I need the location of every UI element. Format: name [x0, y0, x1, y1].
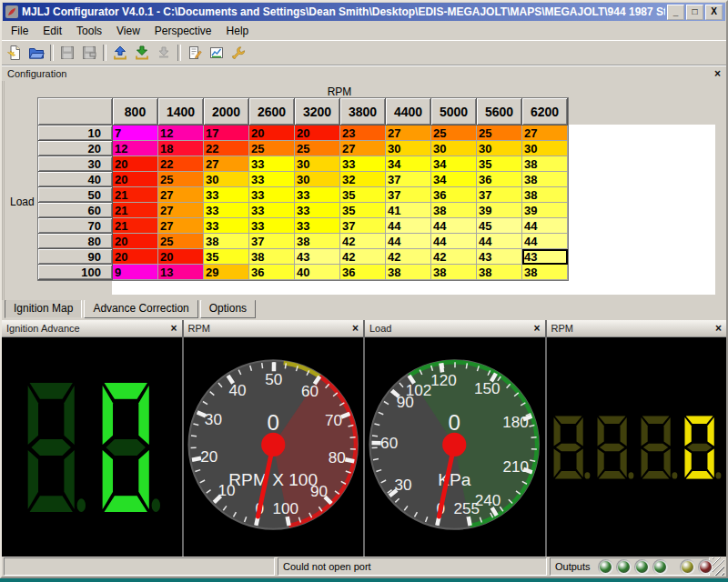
row-header-10[interactable]: 10 [38, 125, 113, 141]
map-cell[interactable]: 36 [477, 172, 522, 187]
map-cell[interactable]: 37 [477, 187, 522, 203]
map-cell[interactable]: 42 [386, 249, 431, 265]
open-file-button[interactable] [25, 43, 47, 63]
map-cell[interactable]: 13 [158, 265, 204, 280]
column-header-2000[interactable]: 2000 [204, 98, 249, 125]
menu-perspective[interactable]: Perspective [147, 23, 219, 39]
column-header-6200[interactable]: 6200 [522, 98, 568, 125]
column-header-1400[interactable]: 1400 [158, 98, 204, 125]
map-cell[interactable]: 39 [477, 203, 522, 218]
tab-advance-correction[interactable]: Advance Correction [84, 299, 197, 318]
map-cell[interactable]: 43 [522, 249, 568, 265]
panel-close-icon[interactable]: × [170, 323, 177, 334]
map-cell[interactable]: 44 [386, 234, 431, 249]
map-cell[interactable]: 44 [431, 218, 477, 234]
map-cell[interactable]: 27 [340, 141, 386, 156]
map-cell[interactable]: 35 [340, 187, 386, 203]
map-cell[interactable]: 20 [295, 125, 340, 141]
map-cell[interactable]: 33 [249, 203, 295, 218]
map-cell[interactable]: 20 [158, 249, 204, 265]
row-header-40[interactable]: 40 [38, 172, 113, 187]
panel-close-icon[interactable]: × [352, 323, 359, 334]
map-cell[interactable]: 21 [113, 218, 158, 234]
map-cell[interactable]: 38 [522, 187, 568, 203]
menu-help[interactable]: Help [219, 23, 257, 39]
map-cell[interactable]: 30 [204, 172, 249, 187]
map-cell[interactable]: 33 [340, 156, 386, 172]
map-cell[interactable]: 23 [340, 125, 386, 141]
column-header-3800[interactable]: 3800 [340, 98, 386, 125]
map-cell[interactable]: 25 [158, 234, 204, 249]
map-cell[interactable]: 38 [522, 265, 568, 280]
upload-button[interactable] [109, 43, 131, 63]
map-cell[interactable]: 27 [386, 125, 431, 141]
map-cell[interactable]: 21 [113, 187, 158, 203]
map-cell[interactable]: 38 [249, 249, 295, 265]
map-cell[interactable]: 35 [477, 156, 522, 172]
download-button[interactable] [131, 43, 153, 63]
map-cell[interactable]: 36 [431, 187, 477, 203]
row-header-100[interactable]: 100 [38, 265, 113, 280]
map-cell[interactable]: 27 [158, 218, 204, 234]
map-cell[interactable]: 38 [204, 234, 249, 249]
row-header-50[interactable]: 50 [38, 187, 113, 203]
map-cell[interactable]: 44 [522, 234, 568, 249]
map-cell[interactable]: 27 [204, 156, 249, 172]
row-header-30[interactable]: 30 [38, 156, 113, 172]
map-cell[interactable]: 30 [295, 156, 340, 172]
new-file-button[interactable] [4, 43, 25, 63]
close-button[interactable]: X [705, 5, 723, 20]
map-cell[interactable]: 38 [522, 172, 568, 187]
map-cell[interactable]: 12 [113, 141, 158, 156]
map-cell[interactable]: 25 [158, 172, 204, 187]
menu-file[interactable]: File [4, 23, 35, 39]
map-cell[interactable]: 30 [477, 141, 522, 156]
map-cell[interactable]: 33 [249, 187, 295, 203]
map-cell[interactable]: 36 [340, 265, 386, 280]
map-cell[interactable]: 27 [158, 187, 204, 203]
tab-ignition-map[interactable]: Ignition Map [5, 299, 82, 318]
map-cell[interactable]: 38 [295, 234, 340, 249]
map-cell[interactable]: 43 [295, 249, 340, 265]
map-cell[interactable]: 44 [477, 234, 522, 249]
options-button[interactable] [228, 43, 249, 63]
map-cell[interactable]: 33 [249, 172, 295, 187]
row-header-20[interactable]: 20 [38, 141, 113, 156]
panel-close-icon[interactable]: × [533, 323, 540, 334]
map-cell[interactable]: 42 [340, 234, 386, 249]
map-cell[interactable]: 43 [477, 249, 522, 265]
map-cell[interactable]: 34 [431, 172, 477, 187]
map-cell[interactable]: 39 [522, 203, 568, 218]
map-cell[interactable]: 33 [295, 203, 340, 218]
map-cell[interactable]: 32 [340, 172, 386, 187]
map-cell[interactable]: 37 [340, 218, 386, 234]
map-cell[interactable]: 27 [522, 125, 568, 141]
map-cell[interactable]: 38 [477, 265, 522, 280]
map-cell[interactable]: 27 [158, 203, 204, 218]
map-cell[interactable]: 22 [204, 141, 249, 156]
map-cell[interactable]: 44 [386, 218, 431, 234]
map-cell[interactable]: 45 [477, 218, 522, 234]
verify-button[interactable] [184, 43, 206, 63]
map-cell[interactable]: 35 [340, 203, 386, 218]
title-bar[interactable]: MJLJ Configurator V4.0.1 - C:\Documents … [3, 3, 725, 21]
row-header-70[interactable]: 70 [38, 218, 113, 234]
map-cell[interactable]: 20 [113, 172, 158, 187]
menu-view[interactable]: View [109, 23, 147, 39]
map-cell[interactable]: 37 [386, 187, 431, 203]
map-cell[interactable]: 38 [431, 203, 477, 218]
map-cell[interactable]: 40 [295, 265, 340, 280]
map-cell[interactable]: 25 [249, 141, 295, 156]
map-cell[interactable]: 34 [431, 156, 477, 172]
map-cell[interactable]: 12 [158, 125, 204, 141]
row-header-60[interactable]: 60 [38, 203, 113, 218]
column-header-3200[interactable]: 3200 [295, 98, 340, 125]
column-header-4400[interactable]: 4400 [386, 98, 431, 125]
map-cell[interactable]: 37 [386, 172, 431, 187]
tab-options[interactable]: Options [200, 299, 256, 318]
map-cell[interactable]: 25 [477, 125, 522, 141]
map-cell[interactable]: 33 [295, 218, 340, 234]
minimize-button[interactable]: _ [667, 5, 684, 20]
resize-grip[interactable] [713, 557, 724, 576]
map-cell[interactable]: 18 [158, 141, 204, 156]
